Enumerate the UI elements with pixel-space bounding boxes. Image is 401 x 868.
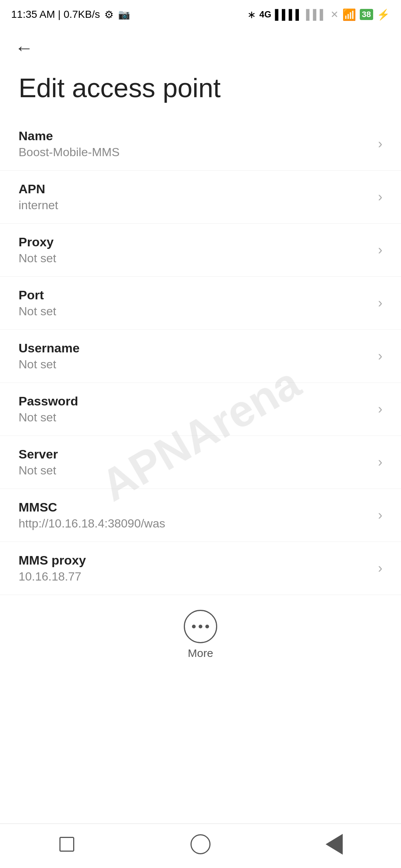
- settings-item-label: Password: [19, 394, 78, 408]
- time-text: 11:35 AM | 0.7KB/s: [11, 9, 100, 20]
- settings-item-value: Not set: [19, 251, 56, 265]
- more-button[interactable]: [184, 610, 217, 643]
- settings-item-label: Server: [19, 447, 58, 461]
- status-time: 11:35 AM | 0.7KB/s ⚙ 📷: [11, 9, 130, 21]
- settings-item-value: Not set: [19, 464, 58, 477]
- settings-item-value: 10.16.18.77: [19, 570, 86, 583]
- signal-bars-icon: ▌▌▌▌: [275, 9, 303, 20]
- status-bar: 11:35 AM | 0.7KB/s ⚙ 📷 ∗ 4G ▌▌▌▌ ▌▌▌ ✕ 📶…: [0, 0, 401, 26]
- chevron-right-icon: ›: [378, 242, 382, 258]
- settings-item-port[interactable]: PortNot set›: [0, 277, 401, 330]
- settings-item-value: internet: [19, 198, 58, 212]
- settings-item-content: PasswordNot set: [19, 394, 78, 424]
- settings-item-mms-proxy[interactable]: MMS proxy10.16.18.77›: [0, 542, 401, 595]
- settings-item-value: Not set: [19, 305, 56, 318]
- settings-item-label: Port: [19, 288, 56, 302]
- nav-triangle-icon: [326, 834, 343, 855]
- gear-icon: ⚙: [104, 9, 114, 21]
- settings-item-label: Proxy: [19, 235, 56, 249]
- more-button-container: More: [0, 599, 401, 671]
- back-button[interactable]: ←: [0, 26, 401, 66]
- settings-item-proxy[interactable]: ProxyNot set›: [0, 224, 401, 277]
- settings-item-label: Username: [19, 341, 79, 355]
- settings-list: NameBoost-Mobile-MMS›APNinternet›ProxyNo…: [0, 118, 401, 595]
- video-icon: 📷: [118, 9, 130, 20]
- settings-item-content: MMS proxy10.16.18.77: [19, 553, 86, 583]
- nav-back-button[interactable]: [319, 829, 349, 859]
- chevron-right-icon: ›: [378, 401, 382, 417]
- settings-item-label: MMS proxy: [19, 553, 86, 568]
- nav-home-button[interactable]: [186, 829, 215, 859]
- wifi-icon: 📶: [342, 8, 356, 21]
- settings-item-server[interactable]: ServerNot set›: [0, 436, 401, 489]
- settings-item-value: Not set: [19, 358, 79, 371]
- chevron-right-icon: ›: [378, 348, 382, 364]
- bottom-nav: [0, 823, 401, 868]
- chevron-right-icon: ›: [378, 560, 382, 576]
- settings-item-label: APN: [19, 182, 58, 196]
- settings-item-label: MMSC: [19, 500, 165, 514]
- more-dots-icon: [192, 625, 209, 628]
- settings-item-content: MMSChttp://10.16.18.4:38090/was: [19, 500, 165, 530]
- settings-item-content: NameBoost-Mobile-MMS: [19, 129, 120, 159]
- page-title: Edit access point: [0, 66, 401, 118]
- chevron-right-icon: ›: [378, 189, 382, 205]
- nav-square-icon: [59, 837, 74, 852]
- nav-recents-button[interactable]: [52, 829, 82, 859]
- chevron-right-icon: ›: [378, 454, 382, 470]
- settings-item-password[interactable]: PasswordNot set›: [0, 383, 401, 436]
- settings-item-value: http://10.16.18.4:38090/was: [19, 517, 165, 530]
- chevron-right-icon: ›: [378, 507, 382, 523]
- settings-item-content: PortNot set: [19, 288, 56, 318]
- battery-icon: 38: [360, 9, 373, 20]
- settings-item-value: Not set: [19, 411, 78, 424]
- more-label: More: [188, 647, 213, 660]
- settings-item-apn[interactable]: APNinternet›: [0, 171, 401, 224]
- chevron-right-icon: ›: [378, 295, 382, 311]
- settings-item-name[interactable]: NameBoost-Mobile-MMS›: [0, 118, 401, 171]
- settings-item-mmsc[interactable]: MMSChttp://10.16.18.4:38090/was›: [0, 489, 401, 542]
- back-arrow-icon[interactable]: ←: [15, 37, 33, 59]
- bluetooth-icon: ∗: [247, 9, 256, 21]
- x-signal-icon: ✕: [330, 9, 339, 20]
- signal-bars2-icon: ▌▌▌: [306, 9, 326, 20]
- signal-4g-icon: 4G: [260, 9, 271, 20]
- settings-item-content: ServerNot set: [19, 447, 58, 477]
- settings-item-value: Boost-Mobile-MMS: [19, 145, 120, 159]
- nav-circle-icon: [190, 834, 211, 854]
- settings-item-username[interactable]: UsernameNot set›: [0, 330, 401, 383]
- chevron-right-icon: ›: [378, 136, 382, 152]
- settings-item-content: ProxyNot set: [19, 235, 56, 265]
- bolt-icon: ⚡: [377, 9, 390, 21]
- settings-item-content: APNinternet: [19, 182, 58, 212]
- status-icons: ∗ 4G ▌▌▌▌ ▌▌▌ ✕ 📶 38 ⚡: [247, 8, 390, 21]
- settings-item-content: UsernameNot set: [19, 341, 79, 371]
- settings-item-label: Name: [19, 129, 120, 143]
